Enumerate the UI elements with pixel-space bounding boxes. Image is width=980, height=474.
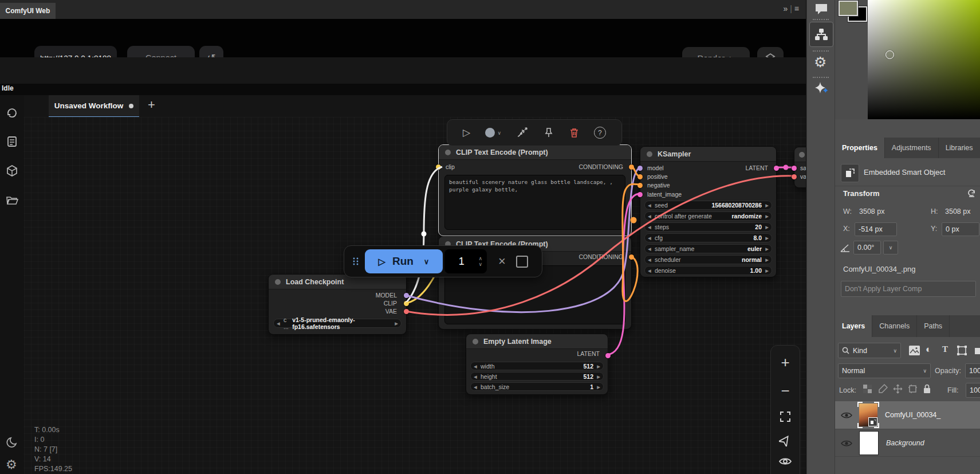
blend-mode-dropdown[interactable]: Normal ∨ [838,363,931,378]
node-ksampler[interactable]: KSampler model positive negative latent_… [640,146,777,277]
layer-thumbnail[interactable] [859,404,877,426]
prompt-text-widget[interactable]: beautiful scenery nature glass bottle la… [444,175,625,230]
layer-filter-kind-dropdown[interactable]: Kind ∨ [838,343,901,358]
node-empty-latent-image[interactable]: Empty Latent Image LATENT width512 heigh… [466,334,608,395]
node-titlebar[interactable]: Empty Latent Image [466,334,608,349]
tab-properties[interactable]: Properties [835,138,885,158]
lock-pixels-brush-icon[interactable] [878,384,888,394]
tab-layers[interactable]: Layers [835,315,872,337]
transform-reset-icon[interactable] [967,188,977,198]
layer-visibility-eye-icon[interactable] [841,440,852,447]
fill-input[interactable]: 100 [966,383,980,398]
help-icon[interactable]: ? [594,127,606,139]
widget-steps[interactable]: steps20 [644,222,772,232]
stop-icon[interactable] [516,256,528,268]
count-down-icon[interactable]: ∨ [478,261,482,267]
tab-adjustments[interactable]: Adjustments [885,138,939,158]
tab-channels[interactable]: Channels [872,315,917,337]
layer-thumbnail[interactable] [859,431,879,455]
port-vae-output[interactable] [404,309,409,314]
model-library-icon[interactable] [6,164,18,177]
widget-ckpt-name[interactable]: c ...v1-5-pruned-emaonly-fp16.safetensor… [273,319,402,328]
port-clip-input[interactable] [436,164,441,170]
count-steppers[interactable]: ∧∨ [478,256,487,267]
batch-count-stepper[interactable]: 1 ∧∨ [444,249,487,273]
port-negative-input[interactable] [637,183,643,188]
node-load-checkpoint[interactable]: Load Checkpoint MODEL CLIP VAE c ...v1-5… [268,274,407,335]
node-library-icon[interactable] [6,135,18,148]
panel-overflow-icon[interactable]: » [783,4,790,13]
node-titlebar[interactable]: KSampler [640,147,776,162]
zoom-in-button[interactable]: + [781,354,789,371]
select-cursor-icon[interactable] [779,434,792,446]
y-input[interactable]: 0 px [942,222,979,236]
foreground-color-swatch[interactable] [839,1,858,16]
panel-drag-handle[interactable] [813,50,829,52]
filter-shape-layers-icon[interactable] [957,345,967,356]
color-picker-gradient[interactable] [868,0,980,119]
lock-position-move-icon[interactable] [893,384,903,394]
drag-handle-icon[interactable] [350,255,361,268]
port-latent-output[interactable] [605,353,611,358]
comments-chat-icon[interactable] [814,2,829,16]
status-circle-button[interactable]: ∨ [485,128,501,138]
widget-denoise[interactable]: denoise1.00 [644,266,772,275]
node-titlebar[interactable] [794,147,806,162]
port-conditioning-output[interactable] [629,164,634,170]
widget-sampler-name[interactable]: sampler_nameeuler [644,244,772,253]
collapse-dot[interactable] [647,151,652,157]
widget-batch-size[interactable]: batch_size1 [470,382,604,391]
port-conditioning-output[interactable] [629,254,634,260]
filter-pixel-layers-icon[interactable] [908,345,920,356]
port-model-input[interactable] [637,166,643,171]
settings-gear-icon[interactable]: ⚙ [6,457,17,472]
collapse-dot[interactable] [445,150,451,155]
count-up-icon[interactable]: ∧ [478,256,482,261]
widget-control-after-generate[interactable]: control after generaterandomize [644,211,772,221]
pin-icon[interactable] [544,127,554,139]
angle-input[interactable]: 0.00° [853,241,881,254]
lock-transparency-icon[interactable] [863,384,872,394]
port-vae-input[interactable] [792,174,797,179]
delete-trash-icon[interactable] [569,127,579,138]
x-input[interactable]: -514 px [855,222,897,236]
port-latent-output[interactable] [774,166,779,171]
color-picker-cursor[interactable] [885,50,894,59]
widget-cfg[interactable]: cfg8.0 [644,233,772,242]
port-samples-input[interactable] [792,166,797,171]
lock-all-icon[interactable] [923,383,931,394]
port-model-output[interactable] [404,293,409,298]
collapse-dot[interactable] [473,339,478,344]
lock-artboard-icon[interactable] [908,384,918,394]
panel-drag-handle[interactable] [813,19,829,20]
workflow-panel-button-active[interactable] [809,22,833,47]
workflows-folder-icon[interactable] [6,194,18,207]
port-latent-image-input[interactable] [637,192,643,197]
run-options-chevron-icon[interactable]: ∨ [424,257,430,266]
plugin-panel-tab[interactable]: ComfyUI Web [0,3,56,19]
node-clip-text-encode-1[interactable]: CLIP Text Encode (Prompt) clip CONDITION… [438,144,632,236]
plugin-settings-gear-icon[interactable]: ⚙ [814,54,826,70]
queue-history-icon[interactable] [6,107,18,119]
filter-type-layers-icon[interactable]: T [942,344,948,354]
ai-sparkle-icon[interactable] [813,80,830,97]
panel-menu-icon[interactable]: ≡ [794,4,801,13]
opacity-input[interactable]: 100 [965,363,980,378]
panel-drag-handle[interactable] [813,77,829,78]
node-titlebar[interactable]: CLIP Text Encode (Prompt) [439,145,631,160]
new-workflow-button[interactable]: + [148,97,155,112]
zoom-out-button[interactable]: − [781,382,789,400]
widget-width[interactable]: width512 [470,362,604,370]
toggle-visibility-eye-icon[interactable] [778,457,792,466]
tab-paths[interactable]: Paths [917,315,950,337]
tab-libraries[interactable]: Libraries [939,138,980,158]
port-clip-output[interactable] [404,301,409,306]
reroute-icon[interactable] [516,127,529,139]
fit-view-icon[interactable] [779,410,792,423]
theme-toggle-moon-icon[interactable] [6,436,19,449]
layer-row[interactable]: Background [835,429,980,457]
filter-adjustment-layers-icon[interactable]: ◐ [926,344,931,355]
layer-comp-dropdown[interactable]: Don't Apply Layer Comp [841,281,976,297]
collapse-dot[interactable] [275,279,281,285]
angle-dropdown[interactable]: ∨ [883,241,898,254]
